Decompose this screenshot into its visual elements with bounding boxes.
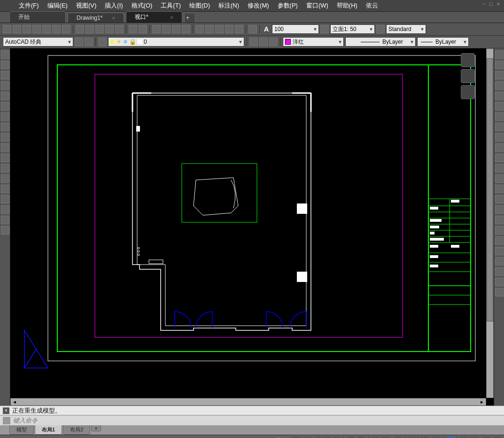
color-dropdown[interactable]: 洋红 [283, 37, 344, 47]
region-icon[interactable] [1, 195, 9, 203]
otrack-icon[interactable] [357, 436, 366, 438]
array-icon[interactable] [495, 92, 504, 100]
open-icon[interactable] [13, 25, 21, 33]
leader-icon[interactable] [495, 278, 504, 286]
menu-format[interactable]: 格式(O) [132, 1, 153, 10]
calc-icon[interactable] [235, 25, 243, 33]
stretch-icon[interactable] [495, 133, 504, 141]
zoom-prev-icon[interactable] [182, 25, 190, 33]
layer-prev-icon[interactable] [269, 38, 278, 46]
customize-icon[interactable] [493, 436, 502, 438]
window-controls[interactable]: − □ × [482, 1, 501, 7]
layer-iso-icon[interactable] [259, 38, 268, 46]
saveas-icon[interactable] [32, 25, 41, 33]
menu-tools[interactable]: 工具(T) [161, 1, 181, 10]
scale-icon[interactable] [495, 123, 504, 131]
workspace-switch-icon[interactable] [445, 436, 455, 438]
menu-dimension[interactable]: 标注(N) [218, 1, 239, 10]
grid-icon[interactable] [291, 436, 301, 438]
vertical-scrollbar[interactable] [486, 48, 494, 398]
block-icon[interactable] [115, 25, 124, 33]
polygon-icon[interactable] [1, 81, 9, 90]
tab-start[interactable]: 开始 [9, 11, 66, 23]
copy-obj-icon[interactable] [495, 61, 504, 69]
explode-icon[interactable] [495, 205, 504, 214]
tab-add-layout[interactable]: + [91, 425, 101, 431]
annomonitor-icon[interactable] [407, 436, 416, 438]
dim-ordinate-icon[interactable] [495, 267, 504, 276]
cut-icon[interactable] [76, 25, 84, 33]
layer-manager-icon[interactable] [98, 38, 107, 46]
copy-icon[interactable] [85, 25, 94, 33]
offset-icon[interactable] [495, 81, 504, 90]
menu-parametric[interactable]: 参数(P) [278, 1, 298, 10]
sheetset-icon[interactable] [205, 25, 214, 33]
wheel-nav-icon[interactable] [461, 85, 475, 99]
transparency-icon[interactable] [382, 436, 391, 438]
print-icon[interactable] [42, 25, 51, 33]
tab-model[interactable]: 模型 [9, 425, 34, 435]
dim-angle-icon[interactable] [495, 247, 504, 255]
line-icon[interactable] [1, 50, 9, 59]
tab-add[interactable]: + [184, 13, 195, 23]
publish-icon[interactable] [62, 25, 70, 33]
properties-icon[interactable] [195, 25, 204, 33]
clean-screen-icon[interactable] [481, 436, 491, 438]
point-icon[interactable] [1, 164, 9, 172]
tolerance-icon[interactable] [495, 288, 504, 297]
layer-dropdown[interactable]: ◐☀❄🔒0 [108, 37, 244, 47]
quickprops-icon[interactable] [420, 436, 430, 438]
close-icon[interactable]: × [112, 15, 115, 21]
cycle-icon[interactable] [393, 436, 403, 438]
arc-icon[interactable] [1, 102, 9, 110]
pan-icon[interactable] [152, 25, 161, 33]
menu-edit[interactable]: 编辑(E) [47, 1, 68, 10]
help-icon[interactable] [248, 25, 257, 33]
spline-icon[interactable] [1, 112, 9, 121]
erase-icon[interactable] [495, 50, 504, 59]
hardware-accel-icon[interactable] [470, 436, 480, 438]
trim-icon[interactable] [495, 143, 504, 152]
tab-layout2[interactable]: 布局2 [63, 425, 90, 435]
break-icon[interactable] [495, 164, 504, 172]
make-block-icon[interactable] [1, 154, 9, 162]
designcenter-icon[interactable] [225, 25, 233, 33]
menu-insert[interactable]: 插入(I) [105, 1, 123, 10]
viewcube-icon[interactable] [461, 53, 475, 67]
join-icon[interactable] [495, 174, 504, 183]
layer-state-icon[interactable] [249, 38, 258, 46]
command-input[interactable] [13, 417, 501, 424]
workspace-settings-icon[interactable] [85, 38, 93, 46]
menu-help[interactable]: 帮助(H) [337, 1, 357, 10]
drawing-canvas[interactable]: ◂▸ [10, 48, 494, 406]
workspace-dropdown[interactable]: AutoCAD 经典 [3, 37, 73, 47]
menu-file[interactable]: 文件(F) [19, 1, 39, 10]
horizontal-scrollbar[interactable]: ◂▸ [10, 398, 486, 406]
extend-icon[interactable] [495, 154, 504, 162]
tab-layout1[interactable]: 布局1 [35, 425, 62, 435]
polyline-icon[interactable] [1, 61, 9, 69]
undo-icon[interactable] [129, 25, 137, 33]
selection-cycle-icon[interactable] [432, 436, 441, 438]
dim-radius-icon[interactable] [495, 236, 504, 245]
chamfer-icon[interactable] [495, 185, 504, 193]
ellipse-icon[interactable] [1, 123, 9, 131]
linetype-dropdown[interactable]: ByLayer [345, 37, 416, 47]
mirror-icon[interactable] [495, 71, 504, 79]
redo-icon[interactable] [139, 25, 147, 33]
menu-window[interactable]: 窗口(W) [306, 1, 328, 10]
gradient-icon[interactable] [1, 185, 9, 193]
textstyle-dropdown[interactable]: Standard [386, 24, 426, 34]
insert-block-icon[interactable] [1, 143, 9, 152]
fillet-icon[interactable] [495, 195, 504, 203]
matchprop-icon[interactable] [105, 25, 114, 33]
circle-icon[interactable] [1, 71, 9, 79]
menu-view[interactable]: 视图(V) [76, 1, 96, 10]
elevation-dropdown[interactable]: 立面1: 50 [330, 24, 375, 34]
scale-dropdown[interactable]: 100 [272, 24, 319, 34]
lwt-icon[interactable] [371, 436, 380, 438]
dim-arc-icon[interactable] [495, 257, 504, 266]
paste-icon[interactable] [95, 25, 104, 33]
annoscale-add-icon[interactable] [320, 25, 329, 33]
lineweight-dropdown[interactable]: ByLayer [417, 37, 469, 47]
